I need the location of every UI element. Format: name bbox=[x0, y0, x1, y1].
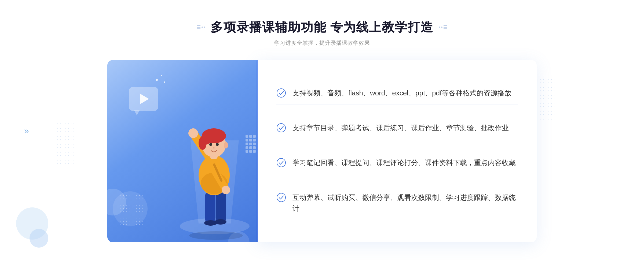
svg-point-24 bbox=[277, 124, 286, 132]
illustration-panel bbox=[107, 60, 258, 242]
feature-item-2: 支持章节目录、弹题考试、课后练习、课后作业、章节测验、批改作业 bbox=[276, 117, 518, 139]
feature-text-3: 学习笔记回看、课程提问、课程评论打分、课件资料下载，重点内容收藏 bbox=[292, 157, 516, 169]
play-icon bbox=[140, 94, 149, 104]
feature-item-3: 学习笔记回看、课程提问、课程评论打分、课件资料下载，重点内容收藏 bbox=[276, 152, 518, 174]
decorative-circle-2 bbox=[30, 229, 48, 248]
svg-point-6 bbox=[215, 219, 226, 225]
check-circle-icon-2 bbox=[276, 123, 286, 133]
feature-text-2: 支持章节目录、弹题考试、课后练习、课后作业、章节测验、批改作业 bbox=[292, 122, 509, 134]
svg-point-20 bbox=[213, 147, 215, 148]
svg-point-11 bbox=[188, 128, 198, 138]
dot-pattern-left bbox=[54, 122, 75, 165]
title-row: 多项录播课辅助功能 专为线上教学打造 bbox=[197, 19, 448, 36]
circle-deco-2 bbox=[113, 191, 148, 226]
check-circle-icon-4 bbox=[276, 193, 286, 202]
features-panel: 支持视频、音频、flash、word、excel、ppt、pdf等各种格式的资源… bbox=[258, 60, 537, 242]
feature-text-4: 互动弹幕、试听购买、微信分享、观看次数限制、学习进度跟踪、数据统计 bbox=[292, 192, 518, 214]
sparkle-3 bbox=[164, 81, 165, 83]
dot-pattern-right bbox=[534, 78, 555, 121]
svg-rect-3 bbox=[205, 191, 215, 223]
header-section: 多项录播课辅助功能 专为线上教学打造 学习进度全掌握，提升录播课教学效果 bbox=[197, 19, 448, 47]
page-subtitle: 学习进度全掌握，提升录播课教学效果 bbox=[197, 39, 448, 47]
chevron-double-left-icon: » bbox=[24, 126, 29, 136]
feature-text-1: 支持视频、音频、flash、word、excel、ppt、pdf等各种格式的资源… bbox=[292, 88, 511, 99]
svg-point-12 bbox=[222, 186, 230, 194]
check-circle-icon-3 bbox=[276, 158, 286, 167]
right-decoration bbox=[439, 25, 447, 29]
person-illustration bbox=[166, 87, 252, 242]
feature-item-1: 支持视频、音频、flash、word、excel、ppt、pdf等各种格式的资源… bbox=[276, 82, 518, 105]
blue-sidebar-accent bbox=[257, 60, 258, 242]
svg-rect-4 bbox=[216, 191, 226, 222]
play-bubble bbox=[129, 87, 158, 111]
svg-point-18 bbox=[209, 143, 212, 146]
sparkle-1 bbox=[156, 79, 158, 81]
sparkle-2 bbox=[161, 75, 162, 76]
svg-point-2 bbox=[189, 231, 243, 240]
main-content: 支持视频、音频、flash、word、excel、ppt、pdf等各种格式的资源… bbox=[107, 60, 537, 242]
svg-point-17 bbox=[201, 134, 211, 144]
svg-point-21 bbox=[224, 142, 228, 148]
svg-point-19 bbox=[216, 143, 219, 146]
feature-item-4: 互动弹幕、试听购买、微信分享、观看次数限制、学习进度跟踪、数据统计 bbox=[276, 187, 518, 220]
page-title: 多项录播课辅助功能 专为线上教学打造 bbox=[211, 19, 434, 36]
left-decoration bbox=[197, 25, 205, 29]
svg-point-26 bbox=[277, 193, 286, 202]
check-circle-icon-1 bbox=[276, 88, 286, 98]
svg-point-25 bbox=[277, 158, 286, 167]
svg-point-23 bbox=[277, 89, 286, 97]
